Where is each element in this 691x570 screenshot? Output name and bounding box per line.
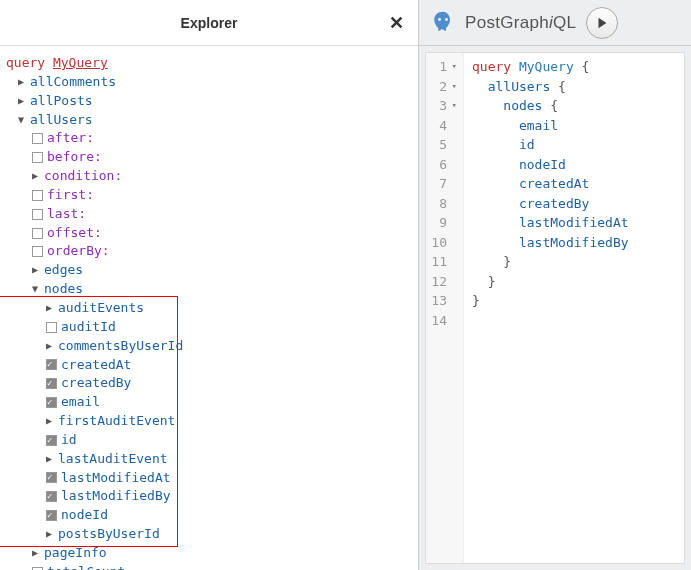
tree-item-lastAuditEvent[interactable]: ▶lastAuditEvent (4, 450, 414, 469)
query-editor[interactable]: 1▾2▾3▾4567891011121314 query MyQuery { a… (425, 52, 685, 564)
tree-item-totalCount[interactable]: totalCount (4, 563, 414, 570)
svg-point-1 (445, 18, 448, 21)
checkbox-icon[interactable] (32, 209, 43, 220)
fold-down-icon[interactable]: ▾ (449, 80, 457, 94)
tree-item-allUsers[interactable]: ▼allUsers (4, 111, 414, 130)
editor-code[interactable]: query MyQuery { allUsers { nodes { email… (464, 53, 637, 563)
tree-item-pageInfo[interactable]: ▶pageInfo (4, 544, 414, 563)
chevron-right-icon[interactable]: ▶ (32, 263, 42, 278)
code-line[interactable]: nodeId (472, 155, 629, 175)
checkbox-icon[interactable] (46, 510, 57, 521)
fold-down-icon[interactable]: ▾ (449, 60, 457, 74)
chevron-right-icon[interactable]: ▶ (18, 94, 28, 109)
execute-button[interactable] (586, 7, 618, 39)
code-line[interactable]: allUsers { (472, 77, 629, 97)
chevron-right-icon[interactable]: ▶ (46, 301, 56, 316)
code-line[interactable]: lastModifiedAt (472, 213, 629, 233)
code-line[interactable]: } (472, 272, 629, 292)
tree-item-auditId[interactable]: auditId (4, 318, 414, 337)
tree-item-last[interactable]: last: (4, 205, 414, 224)
checkbox-icon[interactable] (46, 359, 57, 370)
code-line[interactable] (472, 311, 629, 331)
postgraphile-logo-icon (429, 9, 457, 37)
close-icon[interactable]: ✕ (389, 12, 404, 34)
checkbox-icon[interactable] (46, 435, 57, 446)
chevron-down-icon[interactable]: ▼ (18, 113, 28, 128)
code-line[interactable]: } (472, 291, 629, 311)
tree-item-createdAt[interactable]: createdAt (4, 356, 414, 375)
tree-item-firstAuditEvent[interactable]: ▶firstAuditEvent (4, 412, 414, 431)
tree-item-orderBy[interactable]: orderBy: (4, 242, 414, 261)
query-name[interactable]: MyQuery (53, 54, 108, 73)
field-label: firstAuditEvent (58, 412, 175, 431)
field-label: edges (44, 261, 83, 280)
query-keyword: query (6, 54, 45, 73)
field-label: last: (47, 205, 86, 224)
tree-item-after[interactable]: after: (4, 129, 414, 148)
code-line[interactable]: lastModifiedBy (472, 233, 629, 253)
editor-panel: PostGraphiQL 1▾2▾3▾4567891011121314 quer… (419, 0, 691, 570)
tree-item-lastModifiedBy[interactable]: lastModifiedBy (4, 487, 414, 506)
tree-item-before[interactable]: before: (4, 148, 414, 167)
field-label: auditId (61, 318, 116, 337)
field-label: auditEvents (58, 299, 144, 318)
query-declaration[interactable]: query MyQuery (4, 54, 414, 73)
code-line[interactable]: query MyQuery { (472, 57, 629, 77)
code-line[interactable]: createdAt (472, 174, 629, 194)
explorer-header: Explorer ✕ (0, 0, 418, 46)
tree-item-edges[interactable]: ▶edges (4, 261, 414, 280)
code-line[interactable]: email (472, 116, 629, 136)
field-label: nodeId (61, 506, 108, 525)
chevron-right-icon[interactable]: ▶ (46, 527, 56, 542)
tree-item-createdBy[interactable]: createdBy (4, 374, 414, 393)
explorer-title: Explorer (181, 15, 238, 31)
gutter-line: 4 (428, 116, 457, 136)
gutter-line: 14 (428, 311, 457, 331)
play-icon (595, 16, 609, 30)
code-line[interactable]: } (472, 252, 629, 272)
chevron-right-icon[interactable]: ▶ (46, 414, 56, 429)
chevron-down-icon[interactable]: ▼ (32, 282, 42, 297)
tree-item-commentsByUserId[interactable]: ▶commentsByUserId (4, 337, 414, 356)
tree-item-first[interactable]: first: (4, 186, 414, 205)
tree-item-postsByUserId[interactable]: ▶postsByUserId (4, 525, 414, 544)
brand-post: QL (553, 13, 576, 32)
chevron-right-icon[interactable]: ▶ (18, 75, 28, 90)
chevron-right-icon[interactable]: ▶ (46, 339, 56, 354)
tree-item-auditEvents[interactable]: ▶auditEvents (4, 299, 414, 318)
chevron-right-icon[interactable]: ▶ (32, 546, 42, 561)
checkbox-icon[interactable] (32, 190, 43, 201)
gutter-line: 6 (428, 155, 457, 175)
tree-item-allPosts[interactable]: ▶allPosts (4, 92, 414, 111)
code-line[interactable]: createdBy (472, 194, 629, 214)
explorer-tree[interactable]: query MyQuery ▶allComments▶allPosts▼allU… (0, 46, 418, 570)
field-label: allPosts (30, 92, 93, 111)
field-label: lastModifiedBy (61, 487, 171, 506)
toolbar: PostGraphiQL (419, 0, 691, 46)
chevron-right-icon[interactable]: ▶ (46, 452, 56, 467)
tree-item-id[interactable]: id (4, 431, 414, 450)
checkbox-icon[interactable] (32, 246, 43, 257)
checkbox-icon[interactable] (32, 133, 43, 144)
tree-item-offset[interactable]: offset: (4, 224, 414, 243)
tree-item-condition[interactable]: ▶condition: (4, 167, 414, 186)
tree-item-lastModifiedAt[interactable]: lastModifiedAt (4, 469, 414, 488)
field-label: allUsers (30, 111, 93, 130)
code-line[interactable]: nodes { (472, 96, 629, 116)
chevron-right-icon[interactable]: ▶ (32, 169, 42, 184)
tree-item-email[interactable]: email (4, 393, 414, 412)
code-line[interactable]: id (472, 135, 629, 155)
checkbox-icon[interactable] (32, 228, 43, 239)
checkbox-icon[interactable] (46, 322, 57, 333)
checkbox-icon[interactable] (46, 397, 57, 408)
gutter-line: 11 (428, 252, 457, 272)
checkbox-icon[interactable] (32, 152, 43, 163)
checkbox-icon[interactable] (46, 491, 57, 502)
field-label: lastModifiedAt (61, 469, 171, 488)
tree-item-nodeId[interactable]: nodeId (4, 506, 414, 525)
checkbox-icon[interactable] (46, 472, 57, 483)
tree-item-allComments[interactable]: ▶allComments (4, 73, 414, 92)
fold-down-icon[interactable]: ▾ (449, 99, 457, 113)
checkbox-icon[interactable] (46, 378, 57, 389)
tree-item-nodes[interactable]: ▼nodes (4, 280, 414, 299)
